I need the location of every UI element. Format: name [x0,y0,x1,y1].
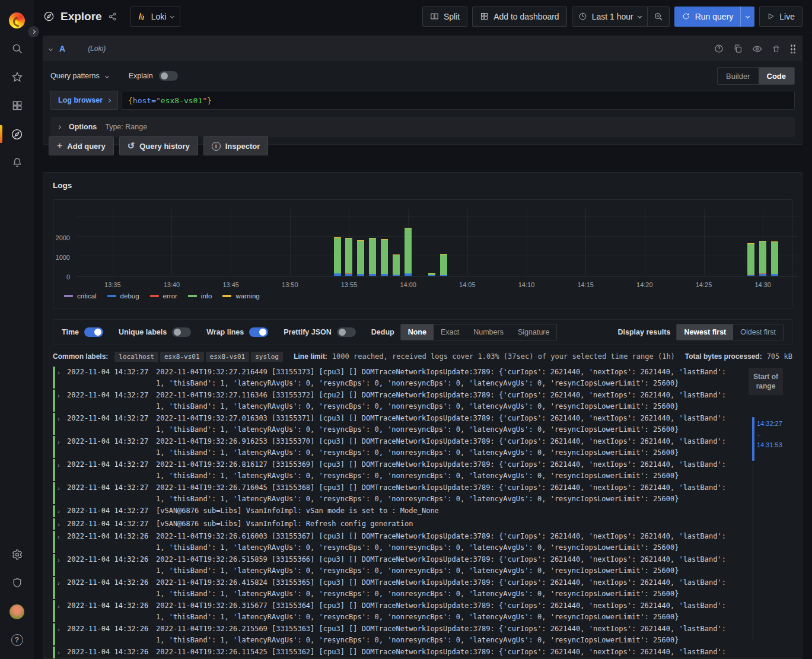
live-button[interactable]: Live [759,7,803,27]
volume-bar[interactable] [771,209,778,276]
row-expand-chevron-icon[interactable]: › [58,459,66,471]
trash-icon[interactable] [772,44,781,53]
legend-item-debug[interactable]: debug [107,292,139,300]
log-row[interactable]: ›2022-11-04 14:32:272022-11-04T19:32:27.… [53,390,733,412]
log-row[interactable]: ›2022-11-04 14:32:272022-11-04T19:32:26.… [53,436,733,458]
toggle-switch-prettify-json[interactable] [337,327,356,337]
explain-toggle[interactable] [159,71,178,81]
share-icon[interactable] [108,12,117,21]
log-browser-button[interactable]: Log browser [50,91,118,110]
legend-item-critical[interactable]: critical [64,292,97,300]
datasource-picker[interactable]: Loki [130,7,181,27]
volume-bar[interactable] [369,209,376,276]
log-row[interactable]: ›2022-11-04 14:32:272022-11-04T19:32:26.… [53,482,733,504]
row-expand-chevron-icon[interactable]: › [58,482,66,494]
builder-mode-button[interactable]: Builder [718,68,758,84]
run-query-button[interactable]: Run query [674,7,755,27]
toggle-switch-unique-labels[interactable] [172,327,191,337]
row-expand-chevron-icon[interactable]: › [58,413,66,425]
sidebar-item-server-admin[interactable] [0,571,34,595]
query-row-header[interactable]: A (Loki) [43,36,802,61]
sidebar-item-starred[interactable] [0,65,34,89]
sidebar-item-help[interactable]: ? [0,628,34,652]
display-option-oldest-first[interactable]: Oldest first [733,324,783,340]
inspector-button[interactable]: i Inspector [203,136,269,155]
row-expand-chevron-icon[interactable]: › [58,436,66,448]
log-row[interactable]: ›2022-11-04 14:32:27[vSAN@6876 sub=Libs]… [53,518,733,530]
query-options-row[interactable]: Options Type: Range [50,117,795,137]
row-expand-chevron-icon[interactable]: › [58,518,66,530]
log-row[interactable]: ›2022-11-04 14:32:262022-11-04T19:32:26.… [53,531,733,553]
log-row[interactable]: ›2022-11-04 14:32:262022-11-04T19:32:26.… [53,623,733,645]
volume-bar[interactable] [345,209,352,276]
range-indicator-bar[interactable] [752,417,754,461]
sidebar-item-profile[interactable] [0,600,34,623]
sidebar-item-alerting[interactable] [0,151,34,174]
split-button[interactable]: Split [422,7,467,27]
row-expand-chevron-icon[interactable]: › [58,367,66,378]
volume-bar[interactable] [393,209,400,276]
query-history-button[interactable]: ↺ Query history [119,136,198,155]
log-row[interactable]: ›2022-11-04 14:32:272022-11-04T19:32:27.… [53,367,733,389]
sidebar-item-configuration[interactable] [0,543,34,566]
copy-icon[interactable] [733,44,743,53]
query-patterns-button[interactable]: Query patterns [50,72,100,80]
sidebar-item-dashboards[interactable] [0,94,34,117]
collapse-chevron-icon[interactable] [49,46,53,50]
legend-item-error[interactable]: error [150,292,177,300]
log-row[interactable]: ›2022-11-04 14:32:262022-11-04T19:32:26.… [53,647,733,659]
sidebar-item-search[interactable] [0,37,34,61]
volume-bar[interactable] [334,209,341,276]
dedup-option-signature[interactable]: Signature [511,324,557,340]
volume-bar[interactable] [357,209,364,276]
log-row[interactable]: ›2022-11-04 14:32:262022-11-04T19:32:26.… [53,577,733,599]
sidebar-expand-button[interactable] [27,26,40,38]
chevron-down-icon[interactable] [105,74,109,78]
legend-item-info[interactable]: info [188,292,212,300]
volume-bar[interactable] [440,209,447,276]
log-row[interactable]: ›2022-11-04 14:32:262022-11-04T19:32:26.… [53,554,733,576]
add-query-button[interactable]: + Add query [49,136,114,155]
row-expand-chevron-icon[interactable]: › [58,600,66,612]
volume-bar[interactable] [381,209,388,276]
row-expand-chevron-icon[interactable]: › [58,390,66,402]
toggle-switch-time[interactable] [84,327,103,337]
bar-segment-warning [345,238,352,238]
volume-bar[interactable] [405,209,412,276]
bar-segment-debug [345,274,352,276]
run-query-main[interactable]: Run query [674,7,741,27]
add-to-dashboard-button[interactable]: Add to dashboard [472,7,567,27]
row-expand-chevron-icon[interactable]: › [58,505,66,517]
datasource-name: Loki [151,12,167,21]
legend-item-warning[interactable]: warning [222,292,259,300]
zoom-out-button[interactable] [648,7,669,26]
code-mode-button[interactable]: Code [759,68,795,84]
log-row[interactable]: ›2022-11-04 14:32:272022-11-04T19:32:27.… [53,413,733,435]
sidebar-item-explore[interactable] [0,122,34,146]
dedup-option-none[interactable]: None [401,324,434,340]
logs-minimap[interactable]: Start of range 14:32:27 – 14:31:53 [738,367,792,645]
row-expand-chevron-icon[interactable]: › [58,577,66,589]
time-range-button[interactable]: Last 1 hour [572,7,647,26]
volume-bar[interactable] [428,209,435,276]
eye-icon[interactable] [752,44,762,54]
row-expand-chevron-icon[interactable]: › [58,623,66,635]
query-expression-input[interactable]: {host="esx8-vs01"} [122,91,795,110]
chart-plot-area[interactable] [77,209,798,276]
log-row[interactable]: ›2022-11-04 14:32:272022-11-04T19:32:26.… [53,459,733,481]
row-expand-chevron-icon[interactable]: › [58,554,66,566]
query-ref-id[interactable]: A [59,44,65,53]
volume-bar[interactable] [747,209,754,276]
dedup-option-exact[interactable]: Exact [434,324,466,340]
volume-bar[interactable] [759,209,766,276]
run-query-dropdown[interactable] [740,7,754,27]
row-expand-chevron-icon[interactable]: › [58,531,66,543]
drag-handle-icon[interactable] [790,44,796,53]
display-option-newest-first[interactable]: Newest first [677,324,733,340]
toggle-switch-wrap-lines[interactable] [249,327,268,337]
log-row[interactable]: ›2022-11-04 14:32:27[vSAN@6876 sub=Libs]… [53,505,733,517]
log-row[interactable]: ›2022-11-04 14:32:262022-11-04T19:32:26.… [53,600,733,622]
row-expand-chevron-icon[interactable]: › [58,647,66,658]
dedup-option-numbers[interactable]: Numbers [466,324,511,340]
help-icon[interactable] [714,44,724,53]
